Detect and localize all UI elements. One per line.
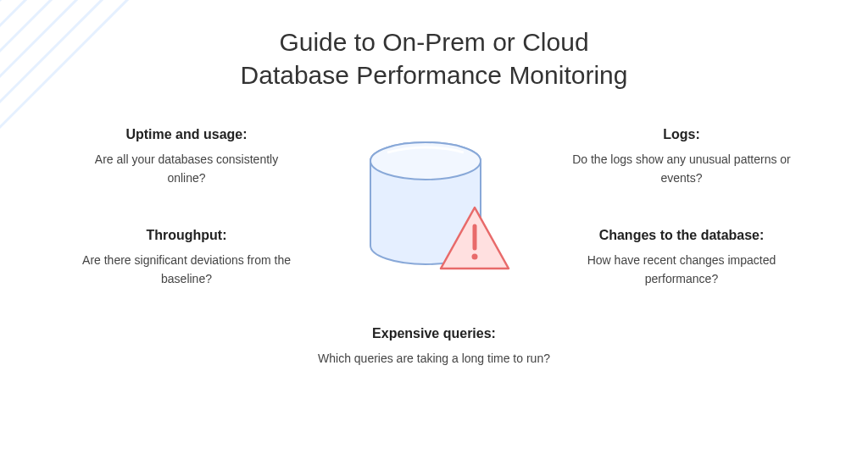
item-uptime: Uptime and usage: Are all your databases… <box>76 127 297 187</box>
title-line-2: Database Performance Monitoring <box>0 58 868 91</box>
item-logs: Logs: Do the logs show any unusual patte… <box>571 127 792 187</box>
right-column: Logs: Do the logs show any unusual patte… <box>571 127 792 329</box>
item-throughput: Throughput: Are there significant deviat… <box>76 228 297 288</box>
item-uptime-title: Uptime and usage: <box>76 127 297 142</box>
item-queries-desc: Which queries are taking a long time to … <box>315 350 553 368</box>
item-queries: Expensive queries: Which queries are tak… <box>315 326 553 368</box>
item-throughput-title: Throughput: <box>76 228 297 243</box>
item-throughput-desc: Are there significant deviations from th… <box>76 252 297 288</box>
item-logs-desc: Do the logs show any unusual patterns or… <box>571 151 792 187</box>
item-changes: Changes to the database: How have recent… <box>571 228 792 288</box>
item-changes-title: Changes to the database: <box>571 228 792 243</box>
diagram-content: Uptime and usage: Are all your databases… <box>0 127 868 454</box>
left-column: Uptime and usage: Are all your databases… <box>76 127 297 329</box>
database-warning-icon <box>341 127 527 313</box>
item-changes-desc: How have recent changes impacted perform… <box>571 252 792 288</box>
item-uptime-desc: Are all your databases consistently onli… <box>76 151 297 187</box>
page-title: Guide to On-Prem or Cloud Database Perfo… <box>0 0 868 91</box>
title-line-1: Guide to On-Prem or Cloud <box>0 25 868 58</box>
item-queries-title: Expensive queries: <box>315 326 553 341</box>
item-logs-title: Logs: <box>571 127 792 142</box>
svg-point-11 <box>472 254 478 260</box>
